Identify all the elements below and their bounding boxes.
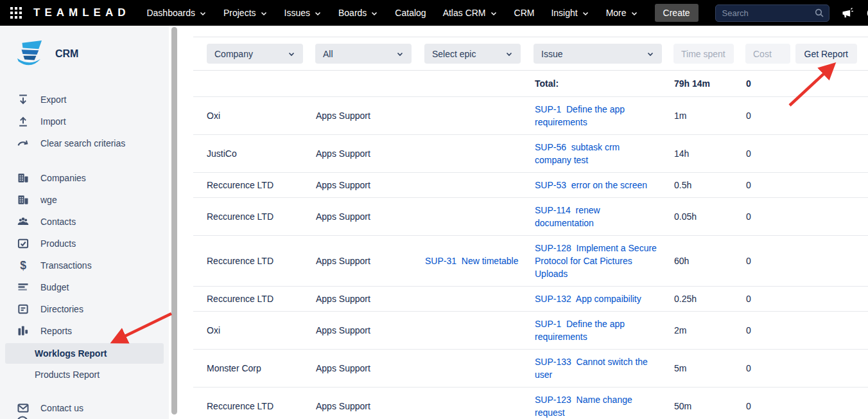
issue-filter-dropdown[interactable]: Issue bbox=[534, 44, 662, 64]
issue-link[interactable]: SUP-56 subtask crm company test bbox=[535, 135, 674, 172]
epic-link[interactable]: SUP-31 New timetable bbox=[425, 249, 535, 273]
chevron-down-icon bbox=[396, 50, 404, 58]
sidebar-item-contacts[interactable]: Contacts bbox=[0, 211, 169, 233]
sidebar-item-companies[interactable]: Companies bbox=[0, 167, 169, 189]
topnav-item-catalog[interactable]: Catalog bbox=[395, 8, 426, 18]
topnav-icon-group: ? bbox=[841, 6, 868, 20]
epic-link bbox=[425, 400, 535, 412]
project-cell: Apps Support bbox=[316, 249, 425, 273]
cost-cell: 0 bbox=[746, 103, 804, 128]
topnav-item-insight[interactable]: Insight bbox=[551, 8, 589, 18]
topnav-item-more[interactable]: More bbox=[606, 8, 638, 18]
issue-link[interactable]: SUP-53 error on the screen bbox=[535, 173, 674, 197]
topnav-item-issues[interactable]: Issues bbox=[284, 8, 322, 18]
sidebar-item-budget[interactable]: Budget bbox=[0, 276, 169, 298]
products-icon bbox=[16, 237, 30, 250]
table-total-row: Total: 79h 14m 0 bbox=[193, 71, 868, 97]
sidebar-item-label: Contacts bbox=[40, 217, 76, 227]
transactions-icon: $ bbox=[16, 259, 30, 272]
spacer-cell bbox=[804, 325, 868, 336]
search-icon[interactable] bbox=[814, 8, 824, 18]
project-cell: Apps Support bbox=[316, 356, 425, 380]
sidebar-item-clear-search-criterias[interactable]: Clear search criterias bbox=[0, 132, 169, 154]
time-spent-cell: 0.5h bbox=[674, 173, 746, 197]
create-button[interactable]: Create bbox=[655, 4, 699, 22]
project-filter-dropdown[interactable]: All bbox=[315, 44, 412, 64]
mail-icon bbox=[16, 402, 30, 415]
get-report-button[interactable]: Get Report bbox=[795, 44, 857, 64]
issue-link[interactable]: SUP-132 App compaibility bbox=[535, 287, 674, 311]
spacer-cell bbox=[804, 211, 868, 222]
topnav-item-boards[interactable]: Boards bbox=[338, 8, 378, 18]
epic-filter-dropdown[interactable]: Select epic bbox=[424, 44, 521, 64]
sidebar-item-label: Budget bbox=[40, 282, 69, 292]
company-filter-dropdown[interactable]: Company bbox=[207, 44, 303, 64]
search-input[interactable] bbox=[715, 4, 829, 22]
epic-link bbox=[425, 325, 535, 336]
sidebar-item-products[interactable]: Products bbox=[0, 233, 169, 254]
epic-link bbox=[425, 293, 535, 305]
crm-sidebar: CRM ExportImportClear search criterias C… bbox=[0, 26, 169, 419]
sidebar-reports-sub: Worklogs ReportProducts Report bbox=[0, 343, 169, 385]
sidebar-item-transactions[interactable]: $Transactions bbox=[0, 254, 169, 276]
epic-link bbox=[425, 148, 535, 159]
topnav-item-atlas-crm[interactable]: Atlas CRM bbox=[443, 8, 498, 18]
app-switcher-icon[interactable] bbox=[10, 6, 22, 20]
cost-input[interactable] bbox=[745, 44, 790, 64]
time-spent-cell: 5m bbox=[674, 356, 746, 380]
company-cell: Reccurence LTD bbox=[207, 287, 316, 311]
sidebar-item-label: Export bbox=[40, 94, 66, 105]
sidebar-item-export[interactable]: Export bbox=[0, 89, 169, 111]
time-spent-cell: 60h bbox=[674, 249, 746, 273]
table-row: JustiCoApps SupportSUP-56 subtask crm co… bbox=[193, 135, 868, 173]
cost-cell: 0 bbox=[746, 173, 804, 197]
spacer-cell bbox=[804, 255, 868, 267]
sidebar-subitem-worklogs-report[interactable]: Worklogs Report bbox=[5, 343, 164, 364]
worklogs-report-content: Company All Select epic Issue Get Rep bbox=[180, 26, 868, 419]
sidebar-subitem-products-report[interactable]: Products Report bbox=[5, 364, 164, 385]
project-filter-label: All bbox=[323, 49, 333, 59]
topnav-item-projects[interactable]: Projects bbox=[223, 8, 268, 18]
spacer-cell bbox=[804, 400, 868, 412]
company-cell: JustiCo bbox=[207, 141, 316, 166]
sidebar-item-label: Clear search criterias bbox=[40, 138, 125, 148]
company-cell: Monster Corp bbox=[207, 356, 316, 380]
sidebar-item-label: Contact us bbox=[40, 403, 83, 413]
cost-cell: 0 bbox=[746, 394, 804, 418]
issue-link[interactable]: SUP-128 Implement a Secure Protocol for … bbox=[535, 236, 674, 286]
chevron-down-icon bbox=[505, 50, 513, 58]
topnav-item-dashboards[interactable]: Dashboards bbox=[146, 8, 207, 18]
issue-link[interactable]: SUP-123 Name change request bbox=[535, 388, 674, 419]
sidebar-scrollbar-thumb[interactable] bbox=[171, 27, 177, 415]
cost-cell: 0 bbox=[746, 318, 804, 343]
issue-link[interactable]: SUP-114 renew documentation bbox=[535, 198, 674, 235]
reports-icon bbox=[16, 325, 30, 337]
sidebar-item-import[interactable]: Import bbox=[0, 111, 169, 132]
sidebar-item-directories[interactable]: Directories bbox=[0, 298, 169, 320]
topnav-item-crm[interactable]: CRM bbox=[514, 8, 535, 18]
epic-link bbox=[425, 179, 535, 191]
cost-cell: 0 bbox=[746, 249, 804, 273]
issue-link[interactable]: SUP-133 Cannot switch the user bbox=[535, 350, 674, 387]
topnav-menu: DashboardsProjectsIssuesBoardsCatalogAtl… bbox=[146, 8, 638, 18]
crm-logo-row: CRM bbox=[0, 37, 169, 71]
total-cost: 0 bbox=[746, 71, 804, 96]
sidebar-item-label: Transactions bbox=[40, 260, 92, 271]
company-cell: Oxi bbox=[207, 318, 316, 343]
directories-icon bbox=[16, 303, 30, 316]
sidebar-item-reports[interactable]: Reports bbox=[0, 320, 169, 342]
epic-link bbox=[425, 110, 535, 121]
time-spent-input[interactable] bbox=[673, 44, 734, 64]
spacer-cell bbox=[804, 110, 868, 121]
epic-link bbox=[425, 211, 535, 222]
topnav-item-label: Issues bbox=[284, 8, 310, 18]
topnav-item-label: Dashboards bbox=[146, 8, 195, 18]
epic-link bbox=[425, 362, 535, 374]
brand-logo[interactable]: TEAMLEAD bbox=[33, 6, 130, 19]
help-icon[interactable]: ? bbox=[866, 6, 868, 20]
table-row: Reccurence LTDApps SupportSUP-114 renew … bbox=[193, 198, 868, 236]
issue-link[interactable]: SUP-1 Define the app requirements bbox=[535, 97, 674, 134]
sidebar-item-wge[interactable]: wge bbox=[0, 189, 169, 211]
issue-link[interactable]: SUP-1 Define the app requirements bbox=[535, 312, 674, 349]
announcement-icon[interactable] bbox=[841, 6, 854, 19]
